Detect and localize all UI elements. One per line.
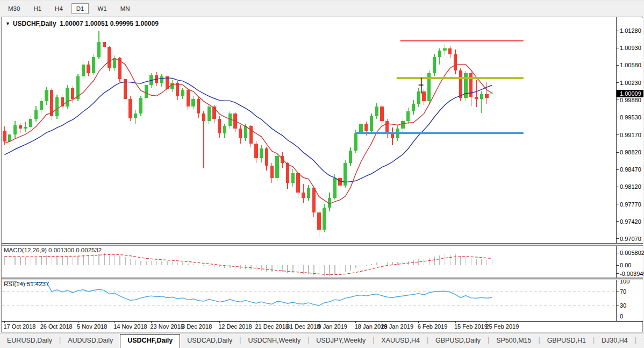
price-axis-label: 0.99170 [620,132,641,138]
time-axis-label: 5 Nov 2018 [77,323,107,330]
symbol-tab-sp500[interactable]: SP500,M15 [489,334,538,348]
price-axis-label: 1.00930 [620,45,641,51]
time-axis-label: 3 Dec 2018 [182,323,212,330]
symbol-tab-audusd[interactable]: AUDUSD,Daily [61,334,120,348]
price-axis-label: 0.97420 [620,218,641,225]
symbol-tab-tech100[interactable]: TECH100,H [636,334,644,348]
current-price-badge: 1.00009 [617,90,643,97]
price-axis-label: 0.98470 [620,166,641,173]
price-axis-label: 0.99530 [620,114,641,120]
time-axis-label: 28 Jan 2019 [381,323,414,330]
chart-title: ▼USDCHF,Daily 1.00007 1.00051 0.99995 1.… [5,20,159,27]
time-axis-label: 9 Jan 2019 [318,323,347,330]
time-axis-label: 14 Nov 2018 [113,323,147,330]
price-axis-label: 0.98120 [620,183,641,190]
macd-indicator-label: MACD(12,26,9) 0.001300 0.002532 [4,247,102,253]
price-axis-label: 0.99880 [620,97,641,103]
symbol-tab-usdjpy[interactable]: USDJPY,Weekly [309,334,373,348]
macd-signal-value: 0.002532 [76,247,102,253]
panel-splitter-macd[interactable] [2,244,643,246]
ohlc-low: 0.99995 [110,20,133,27]
price-axis-label: 1.01280 [620,27,641,34]
symbol-tab-usdcnh[interactable]: USDCNH,Weekly [241,334,307,348]
rsi-value: 51.4237 [27,281,49,287]
macd-main-value: 0.001300 [48,247,74,253]
symbol-tab-dj30[interactable]: DJ30,H4 [595,334,635,348]
symbol-tabbar: EURUSD,Daily|AUDUSD,DailyUSDCHF,DailyUSD… [0,333,644,348]
time-axis-label: 23 Nov 2018 [151,323,184,330]
rsi-indicator-label: RSI(14) 51.4237 [4,281,49,287]
symbol-tab-xauusd[interactable]: XAUUSD,H4 [374,334,427,348]
rsi-axis-label: 0 [620,313,623,319]
price-axis-label: 1.00580 [620,62,641,68]
panel-splitter-rsi[interactable] [2,278,643,280]
symbol-tab-gbpusd[interactable]: GBPUSD,H1 [540,334,593,348]
symbol-tab-usdcad[interactable]: USDCAD,Daily [180,334,239,348]
price-axis-label: 0.97770 [620,201,641,208]
chart-canvas[interactable] [0,0,644,348]
macd-axis-label: 0.005802 [620,250,644,256]
macd-axis-label: -0.003945 [620,271,644,277]
ohlc-close: 1.00009 [135,20,158,27]
time-axis-label: 12 Dec 2018 [218,323,252,330]
ohlc-open: 1.00007 [60,20,83,27]
macd-axis-label: 0.00 [620,262,631,268]
price-axis-label: 1.00230 [620,80,641,86]
symbol-tab-gbpusd[interactable]: GBPUSD,Daily [428,334,488,348]
time-axis-label: 26 Oct 2018 [40,323,73,330]
price-axis-label: 0.97070 [620,236,641,242]
time-axis-label: 31 Dec 2018 [287,323,320,330]
rsi-axis-label: 30 [620,302,626,309]
time-axis-label: 6 Feb 2019 [418,323,448,330]
chart-dropdown-arrow[interactable]: ▼ [5,21,10,26]
price-axis-label: 0.98820 [620,149,641,155]
time-axis-label: 21 Dec 2018 [255,323,289,330]
rsi-axis-label: 70 [620,288,626,295]
time-axis-label: 15 Feb 2019 [454,323,488,330]
symbol-tab-usdchf[interactable]: USDCHF,Daily [120,334,180,348]
ohlc-high: 1.00051 [85,20,108,27]
symbol-tab-eurusd[interactable]: EURUSD,Daily [0,334,59,348]
chart-symbol-period: USDCHF,Daily [13,20,56,27]
time-axis-label: 25 Feb 2019 [486,323,519,330]
time-axis-label: 17 Oct 2018 [4,323,36,330]
